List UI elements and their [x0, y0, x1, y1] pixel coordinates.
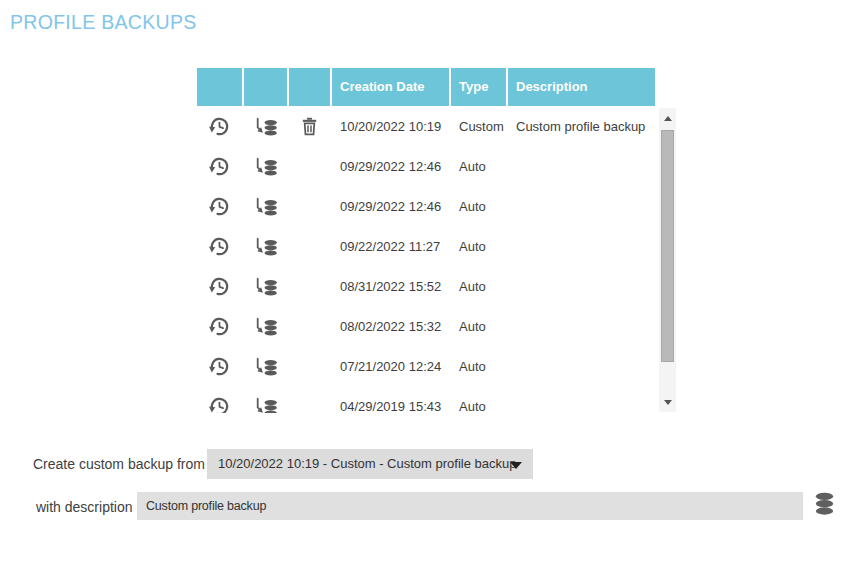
header-description: Description: [508, 68, 655, 106]
header-apply-col: [244, 68, 287, 106]
backup-source-selected-value: 10/20/2022 10:19 - Custom - Custom profi…: [207, 449, 533, 479]
apply-backup-database-icon[interactable]: [253, 196, 278, 216]
table-row: 07/21/2020 12:24 Auto: [197, 346, 656, 386]
restore-backup-icon[interactable]: [208, 275, 231, 298]
restore-backup-icon[interactable]: [208, 395, 231, 414]
cell-type: Auto: [451, 319, 506, 334]
table-row: 10/20/2022 10:19 Custom Custom profile b…: [197, 106, 656, 146]
restore-backup-icon[interactable]: [208, 355, 231, 378]
apply-backup-database-icon[interactable]: [253, 236, 278, 256]
table-row: 09/29/2022 12:46 Auto: [197, 146, 656, 186]
cell-creation-date: 08/31/2022 15:52: [332, 279, 449, 294]
profile-backups-page: { "page": { "title": "PROFILE BACKUPS" }…: [0, 0, 855, 579]
scroll-down-icon[interactable]: [659, 394, 676, 410]
cell-description: Custom profile backup: [508, 119, 655, 134]
table-body: 10/20/2022 10:19 Custom Custom profile b…: [197, 106, 656, 413]
apply-backup-database-icon[interactable]: [253, 356, 278, 376]
cell-type: Auto: [451, 359, 506, 374]
delete-backup-trash-icon[interactable]: [299, 115, 320, 137]
table-row: 04/29/2019 15:43 Auto: [197, 386, 656, 413]
page-title: PROFILE BACKUPS: [10, 11, 197, 34]
table-row: 08/31/2022 15:52 Auto: [197, 266, 656, 306]
cell-creation-date: 09/22/2022 11:27: [332, 239, 449, 254]
table-row: 09/29/2022 12:46 Auto: [197, 186, 656, 226]
table-row: 08/02/2022 15:32 Auto: [197, 306, 656, 346]
table-header: Creation Date Type Description: [197, 68, 656, 106]
table-row: 09/22/2022 11:27 Auto: [197, 226, 656, 266]
apply-backup-database-icon[interactable]: [253, 396, 278, 413]
backups-table: Creation Date Type Description 10/20/202…: [197, 68, 656, 413]
backup-source-select[interactable]: 10/20/2022 10:19 - Custom - Custom profi…: [207, 449, 533, 479]
restore-backup-icon[interactable]: [208, 115, 231, 138]
cell-creation-date: 10/20/2022 10:19: [332, 119, 449, 134]
header-restore-col: [197, 68, 242, 106]
description-input[interactable]: [137, 492, 803, 520]
cell-type: Auto: [451, 159, 506, 174]
restore-backup-icon[interactable]: [208, 155, 231, 178]
create-backup-label: Create custom backup from: [33, 456, 205, 472]
restore-backup-icon[interactable]: [208, 195, 231, 218]
caret-down-icon: [510, 462, 522, 469]
apply-backup-database-icon[interactable]: [253, 156, 278, 176]
apply-backup-database-icon[interactable]: [253, 316, 278, 336]
scroll-up-icon[interactable]: [659, 110, 676, 126]
restore-backup-icon[interactable]: [208, 235, 231, 258]
cell-type: Auto: [451, 279, 506, 294]
create-backup-database-icon[interactable]: [814, 491, 835, 516]
table-scrollbar[interactable]: [659, 108, 676, 412]
cell-type: Custom: [451, 119, 506, 134]
cell-creation-date: 04/29/2019 15:43: [332, 399, 449, 414]
apply-backup-database-icon[interactable]: [253, 116, 278, 136]
scrollbar-thumb[interactable]: [661, 130, 674, 362]
header-creation-date: Creation Date: [332, 68, 449, 106]
header-type: Type: [451, 68, 506, 106]
cell-type: Auto: [451, 399, 506, 414]
restore-backup-icon[interactable]: [208, 315, 231, 338]
cell-type: Auto: [451, 239, 506, 254]
header-delete-col: [289, 68, 330, 106]
cell-creation-date: 09/29/2022 12:46: [332, 159, 449, 174]
cell-creation-date: 09/29/2022 12:46: [332, 199, 449, 214]
cell-creation-date: 08/02/2022 15:32: [332, 319, 449, 334]
description-label: with description: [36, 499, 133, 515]
cell-creation-date: 07/21/2020 12:24: [332, 359, 449, 374]
apply-backup-database-icon[interactable]: [253, 276, 278, 296]
cell-type: Auto: [451, 199, 506, 214]
